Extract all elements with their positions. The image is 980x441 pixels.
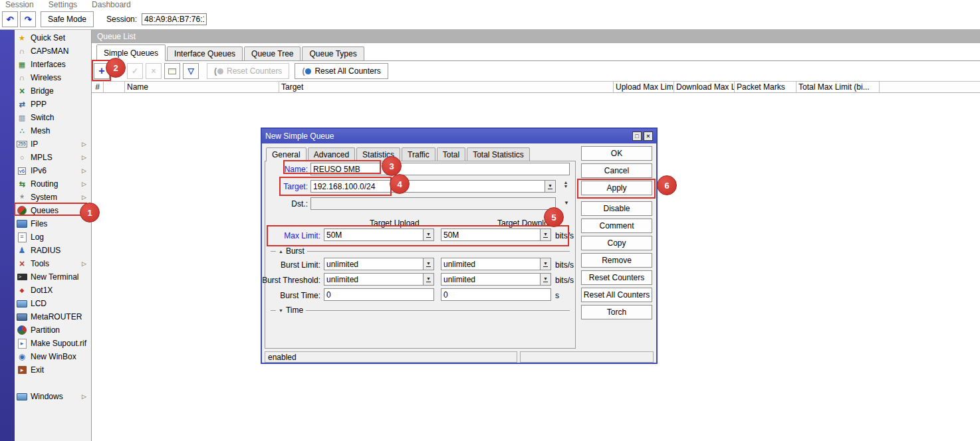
target-download-header: Target Download [497, 219, 557, 228]
undo-button[interactable]: ↶ [2, 11, 18, 27]
collapse-arrow-icon: ▲ [279, 249, 283, 254]
burst-threshold-upload-dropdown[interactable]: ▼ [423, 274, 433, 285]
burst-limit-download-input[interactable] [441, 258, 540, 270]
column-header-name[interactable]: Name [125, 82, 279, 92]
menu-dashboard[interactable]: Dashboard [92, 0, 131, 9]
safe-mode-button[interactable]: Safe Mode [41, 11, 94, 27]
sidebar-item-routing[interactable]: Routing▷ [0, 177, 91, 191]
sidebar: Quick SetCAPsMANInterfacesWirelessBridge… [0, 30, 92, 441]
sidebar-item-files[interactable]: Files [0, 217, 91, 230]
ok-button[interactable]: OK [581, 146, 652, 161]
menu-settings[interactable]: Settings [49, 0, 77, 9]
sidebar-item-ipv6[interactable]: IPv6▷ [0, 164, 91, 177]
session-input[interactable] [142, 13, 207, 25]
dialog-tab-general[interactable]: General [266, 147, 306, 162]
target-dropdown-button[interactable]: ▼ [545, 181, 555, 192]
cancel-button[interactable]: Cancel [581, 163, 652, 178]
sidebar-item-queues[interactable]: Queues [0, 204, 91, 217]
sidebar-item-make-supout-rif[interactable]: Make Supout.rif [0, 337, 91, 350]
sidebar-item-new-terminal[interactable]: New Terminal [0, 270, 91, 284]
menu-session[interactable]: Session [5, 0, 34, 9]
redo-button[interactable]: ↷ [20, 11, 36, 27]
tab-interface-queues[interactable]: Interface Queues [167, 46, 243, 60]
column-header-target[interactable]: Target [279, 82, 614, 92]
sidebar-item-wireless[interactable]: Wireless [0, 71, 91, 84]
sidebar-item-tools[interactable]: Tools▷ [0, 257, 91, 270]
tab-queue-types[interactable]: Queue Types [302, 46, 364, 60]
dialog-tab-total[interactable]: Total [437, 147, 465, 161]
remove-button[interactable]: Remove [581, 253, 652, 268]
burst-time-download-input[interactable] [441, 288, 551, 301]
column-header-blank[interactable] [104, 82, 125, 92]
add-queue-button[interactable]: + [94, 63, 110, 79]
name-input[interactable] [310, 163, 570, 175]
reset-all-counters-button[interactable]: Reset All Counters [581, 288, 652, 302]
max-limit-download-dropdown[interactable]: ▼ [540, 229, 551, 240]
apply-button[interactable]: Apply [581, 181, 652, 195]
target-add-remove-spinner[interactable]: ▲▼ [561, 181, 570, 189]
column-header-packet-marks[interactable]: Packet Marks [735, 82, 796, 92]
column-header-filler [880, 82, 980, 92]
copy-button[interactable]: Copy [581, 236, 652, 250]
dialog-tab-traffic[interactable]: Traffic [402, 147, 435, 161]
comment-button[interactable] [164, 63, 180, 79]
sidebar-item-bridge[interactable]: Bridge [0, 84, 91, 98]
sidebar-item-radius[interactable]: RADIUS [0, 244, 91, 257]
filter-button[interactable]: ▽ [183, 63, 199, 79]
reset-counters-button[interactable]: Reset Counters [581, 270, 652, 285]
dialog-tab-statistics[interactable]: Statistics [356, 147, 400, 161]
close-button[interactable]: × [644, 132, 653, 141]
disable-button[interactable]: Disable [581, 201, 652, 216]
sidebar-item-windows[interactable]: Windows▷ [0, 390, 91, 403]
dialog-tab-total-statistics[interactable]: Total Statistics [467, 147, 530, 161]
sidebar-item-dot1x[interactable]: Dot1X [0, 284, 91, 297]
burst-threshold-download-input[interactable] [441, 274, 540, 285]
burst-limit-upload-input[interactable] [324, 258, 423, 270]
max-limit-label: Max Limit: [284, 231, 320, 240]
sidebar-item-quick-set[interactable]: Quick Set [0, 31, 91, 44]
sidebar-item-ip[interactable]: IP▷ [0, 137, 91, 151]
max-limit-upload-input[interactable] [324, 229, 423, 240]
sidebar-item-lcd[interactable]: LCD [0, 297, 91, 310]
bridge-icon [17, 86, 27, 96]
sidebar-item-metarouter[interactable]: MetaROUTER [0, 310, 91, 323]
burst-section-header[interactable]: ▲ Burst [271, 246, 570, 256]
sidebar-item-log[interactable]: Log [0, 230, 91, 244]
burst-threshold-upload-input[interactable] [324, 274, 423, 285]
column-header-download-max-limit[interactable]: Download Max Limit [674, 82, 735, 92]
column-header-upload-max-limit[interactable]: Upload Max Limit [614, 82, 674, 92]
dialog-tab-advanced[interactable]: Advanced [308, 147, 355, 161]
disable-button: × [146, 63, 162, 79]
reset-all-counters-button[interactable]: Reset All Counters [295, 63, 388, 79]
sidebar-item-label: Make Supout.rif [31, 339, 86, 348]
dst-dropdown-icon[interactable]: ▼ [564, 200, 569, 206]
sidebar-item-mesh[interactable]: Mesh [0, 124, 91, 137]
tab-simple-queues[interactable]: Simple Queues [96, 44, 166, 61]
burst-limit-upload-dropdown[interactable]: ▼ [423, 258, 433, 270]
column-header-item[interactable]: # [92, 82, 104, 92]
sidebar-item-system[interactable]: System▷ [0, 191, 91, 204]
torch-button[interactable]: Torch [581, 305, 652, 319]
dropdown-icon: ▼ [543, 276, 548, 282]
time-section-header[interactable]: ▼ Time [271, 306, 570, 315]
column-header-total-max-limit-bi[interactable]: Total Max Limit (bi... [796, 82, 880, 92]
menubar: SessionSettingsDashboard [0, 0, 980, 9]
sidebar-item-interfaces[interactable]: Interfaces [0, 58, 91, 71]
burst-limit-download-dropdown[interactable]: ▼ [540, 258, 551, 270]
sidebar-item-capsman[interactable]: CAPsMAN [0, 44, 91, 58]
burst-time-upload-input[interactable] [324, 288, 434, 301]
sidebar-item-ppp[interactable]: PPP [0, 98, 91, 111]
maximize-button[interactable]: □ [632, 132, 642, 141]
max-limit-download-input[interactable] [441, 229, 540, 240]
sidebar-item-partition[interactable]: Partition [0, 323, 91, 337]
sidebar-item-switch[interactable]: Switch [0, 111, 91, 124]
sidebar-item-mpls[interactable]: MPLS▷ [0, 151, 91, 164]
sidebar-item-new-winbox[interactable]: New WinBox [0, 350, 91, 363]
sidebar-item-label: IP [31, 139, 38, 149]
sidebar-item-exit[interactable]: Exit [0, 363, 91, 377]
max-limit-upload-dropdown[interactable]: ▼ [423, 229, 433, 240]
target-input[interactable] [311, 181, 545, 192]
comment-button[interactable]: Comment [581, 219, 652, 233]
burst-threshold-download-dropdown[interactable]: ▼ [540, 274, 551, 285]
tab-queue-tree[interactable]: Queue Tree [244, 46, 301, 60]
